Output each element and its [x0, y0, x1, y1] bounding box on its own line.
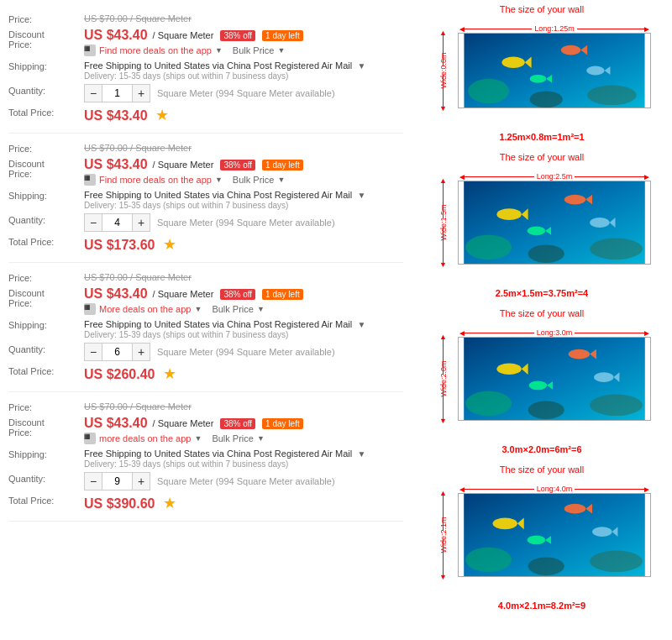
star-3: ★ — [163, 365, 176, 382]
svg-point-8 — [530, 75, 547, 83]
svg-point-10 — [586, 66, 605, 76]
total-price-1: US $43.40 — [84, 108, 148, 123]
wall-diagram-4: The size of your wall ◄ Long:4.0m ► — [416, 464, 668, 611]
shipping-dropdown-1[interactable]: ▼ — [358, 61, 366, 71]
app-link-4[interactable]: more deals on the app — [99, 433, 191, 443]
discount-price-1: US $43.40 — [84, 28, 148, 43]
qty-input-1[interactable] — [102, 84, 132, 102]
total-price-2: US $173.60 — [84, 238, 155, 252]
app-icon-3: ▦ — [84, 303, 96, 315]
svg-point-2 — [587, 86, 637, 105]
wall-title-1: The size of your wall — [416, 4, 668, 14]
app-link-3[interactable]: More deals on the app — [99, 304, 191, 314]
svg-point-44 — [528, 535, 546, 544]
badge-day-3: 1 day left — [262, 289, 303, 300]
bulk-link-3[interactable]: Bulk Price — [212, 304, 254, 314]
app-link-2[interactable]: Find more deals on the app — [99, 175, 212, 185]
qty-content-1: − + Square Meter (994 Square Meter avail… — [84, 84, 403, 102]
bulk-dropdown-1[interactable]: ▼ — [277, 46, 285, 55]
discount-label-1: DiscountPrice: — [8, 28, 84, 50]
app-icon-4: ▦ — [84, 433, 96, 444]
svg-point-4 — [501, 56, 524, 68]
wall-formula-1: 1.25m×0.8m=1m²=1 — [416, 132, 668, 142]
discount-price-3: US $43.40 — [84, 286, 148, 302]
svg-point-46 — [592, 527, 612, 537]
qty-row-1: Quantity: − + Square Meter (994 Square M… — [8, 82, 403, 104]
svg-point-15 — [528, 244, 564, 263]
svg-point-14 — [590, 239, 643, 260]
qty-minus-4[interactable]: − — [84, 472, 102, 490]
app-link-1[interactable]: Find more deals on the app — [99, 45, 212, 55]
svg-point-28 — [496, 363, 521, 375]
qty-plus-4[interactable]: + — [132, 472, 150, 490]
svg-point-3 — [530, 91, 563, 108]
discount-row-1: DiscountPrice: US $43.40 / Square Meter … — [8, 26, 403, 58]
qty-label-4: Quantity: — [8, 472, 84, 484]
qty-label-3: Quantity: — [8, 343, 84, 354]
app-deals-1: ▦ Find more deals on the app ▼ Bulk Pric… — [84, 45, 403, 56]
bulk-link-2[interactable]: Bulk Price — [233, 175, 275, 185]
price-per-3: / Square Meter — [153, 289, 214, 299]
price-row-1: Price: US $70.00 / Square Meter — [8, 11, 403, 26]
bulk-link-1[interactable]: Bulk Price — [233, 45, 275, 55]
qty-plus-2[interactable]: + — [132, 213, 150, 232]
shipping-content-1: Free Shipping to United States via China… — [84, 60, 403, 81]
delivery-text-1: Delivery: 15-35 days (ships out within 7… — [84, 71, 403, 81]
shipping-label-4: Shipping: — [8, 448, 84, 459]
wall-title-2: The size of your wall — [416, 152, 668, 162]
qty-minus-2[interactable]: − — [84, 213, 102, 232]
wall-title-4: The size of your wall — [416, 464, 668, 475]
qty-plus-1[interactable]: + — [132, 84, 150, 102]
shipping-label-3: Shipping: — [8, 318, 84, 330]
wall-long-3: Long:3.0m — [534, 328, 575, 337]
price-original-2: US $70.00 / Square Meter — [84, 143, 192, 153]
total-content-1: US $43.40 ★ — [84, 106, 403, 124]
badge-day-4: 1 day left — [262, 418, 303, 429]
badge-day-1: 1 day left — [262, 30, 303, 41]
qty-minus-3[interactable]: − — [84, 343, 102, 361]
total-label-4: Total Price: — [8, 494, 84, 506]
app-dropdown-1[interactable]: ▼ — [215, 46, 223, 55]
shipping-text-3: Free Shipping to United States via China… — [84, 319, 352, 329]
price-original-4: US $70.00 / Square Meter — [84, 401, 192, 412]
total-label-1: Total Price: — [8, 106, 84, 118]
wall-image-2 — [459, 181, 650, 264]
qty-input-4[interactable] — [102, 472, 132, 490]
badge-off-4: 38% off — [220, 418, 255, 429]
svg-point-30 — [569, 349, 590, 359]
discount-label-3: DiscountPrice: — [8, 286, 84, 308]
qty-plus-3[interactable]: + — [132, 343, 150, 361]
discount-content-1: US $43.40 / Square Meter 38% off 1 day l… — [84, 28, 403, 56]
qty-input-2[interactable] — [102, 213, 132, 232]
qty-minus-1[interactable]: − — [84, 84, 102, 102]
wall-long-2: Long:2.5m — [534, 172, 575, 181]
discount-label-4: DiscountPrice: — [8, 416, 84, 438]
badge-off-3: 38% off — [220, 289, 255, 300]
app-icon-1: ▦ — [84, 45, 96, 56]
product-row-1: Price: US $70.00 / Square Meter Discount… — [8, 4, 403, 134]
svg-point-20 — [528, 226, 546, 235]
svg-point-18 — [564, 195, 585, 205]
svg-point-40 — [493, 517, 517, 529]
price-original-3: US $70.00 / Square Meter — [84, 272, 192, 282]
badge-off-2: 38% off — [220, 160, 255, 170]
price-label-1: Price: — [8, 13, 84, 24]
shipping-row-1: Shipping: Free Shipping to United States… — [8, 58, 403, 82]
product-row-2: Price: US $70.00 / Square Meter Discount… — [8, 134, 403, 263]
total-label-2: Total Price: — [8, 235, 84, 247]
qty-input-3[interactable] — [102, 343, 132, 361]
wall-long-1: Long:1.25m — [532, 24, 577, 33]
wall-formula-3: 3.0m×2.0m=6m²=6 — [416, 444, 668, 454]
wall-diagram-1: The size of your wall ◄ Long:1.25m ► — [416, 4, 668, 142]
delivery-text-2: Delivery: 15-35 days (ships out within 7… — [84, 201, 403, 210]
bulk-link-4[interactable]: Bulk Price — [212, 433, 254, 443]
right-panel: The size of your wall ◄ Long:1.25m ► — [412, 0, 672, 625]
wall-image-1 — [459, 34, 650, 108]
qty-label-1: Quantity: — [8, 84, 84, 96]
price-label-4: Price: — [8, 401, 84, 412]
svg-point-26 — [590, 395, 643, 416]
svg-point-39 — [528, 557, 564, 575]
svg-point-25 — [465, 391, 512, 416]
price-label-3: Price: — [8, 271, 84, 283]
total-price-3: US $260.40 — [84, 367, 155, 381]
